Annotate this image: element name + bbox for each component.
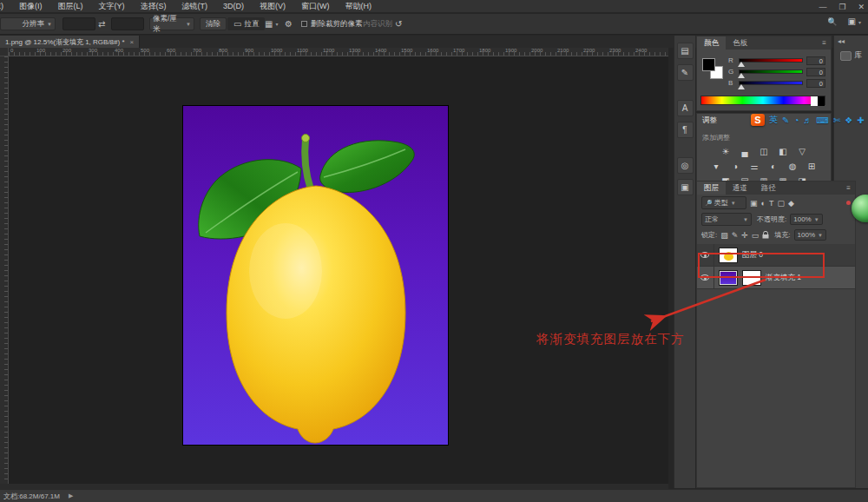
keyboard-icon[interactable]: ⌨ [816, 116, 828, 125]
adjustment-icon[interactable]: ⊞ [806, 161, 819, 172]
visibility-eye-icon[interactable] [700, 274, 709, 281]
adjustment-icon[interactable]: ◐ [767, 161, 780, 172]
minimize-button[interactable]: — [819, 3, 826, 11]
sogou-logo[interactable]: S [751, 114, 765, 126]
color-slider-g[interactable]: G0 [728, 66, 825, 77]
document-tab[interactable]: 1.png @ 12.5%(渐变填充 1, RGB/8#) * × [0, 36, 140, 48]
slider-thumb-icon[interactable] [738, 73, 745, 78]
layer-name[interactable]: 渐变填充 1 [766, 273, 801, 283]
crop-preset-dropdown[interactable]: 分辨率▼ [0, 17, 56, 30]
info-panel-icon[interactable]: ◎ [677, 157, 694, 174]
menu-filter[interactable]: 滤镜(T) [174, 1, 216, 12]
layer-row-tuceng0[interactable]: 图层 0 [697, 244, 855, 267]
menu-edit[interactable]: 编辑(E) [0, 1, 11, 12]
menu-view[interactable]: 视图(V) [252, 1, 293, 12]
close-button[interactable]: ✕ [858, 3, 865, 11]
toolbox-icon[interactable]: ✚ [857, 116, 864, 125]
slider-track[interactable] [739, 69, 803, 74]
swap-dimensions-button[interactable]: ⇄ [98, 17, 105, 30]
menu-3d[interactable]: 3D(D) [215, 2, 252, 10]
filter-shape-layers-icon[interactable]: ▢ [777, 199, 785, 208]
foreground-background-swatches[interactable] [702, 58, 723, 79]
histogram-panel-icon[interactable]: ▣ [677, 179, 694, 195]
filter-type-layers-icon[interactable]: T [769, 199, 774, 208]
tab-paths[interactable]: 路径 [754, 182, 783, 195]
panel-menu-icon[interactable]: ≡ [846, 184, 855, 192]
resolution-unit-dropdown[interactable]: 像素/厘米▼ [149, 17, 194, 30]
tab-swatches[interactable]: 色板 [726, 36, 754, 50]
slider-value[interactable]: 0 [806, 68, 825, 76]
layer-filter-dropdown[interactable]: 🔎 类型 ▼ [701, 196, 746, 209]
menu-type[interactable]: 文字(Y) [91, 1, 133, 12]
filter-toggle[interactable] [846, 201, 851, 205]
fill-dropdown[interactable]: 100%▼ [794, 229, 826, 241]
language-mode-icon[interactable]: 英 [769, 114, 778, 126]
black-swatch[interactable] [818, 96, 825, 106]
adjustment-icon[interactable]: ▽ [796, 146, 809, 157]
libraries-panel-button[interactable]: 库 [839, 50, 864, 61]
filter-smart-objects-icon[interactable]: ◆ [788, 199, 794, 208]
straighten-button[interactable]: ▭ 拉直 [227, 17, 265, 30]
overlay-options-button[interactable]: ▦▾ [265, 17, 278, 30]
vertical-ruler[interactable] [0, 56, 9, 488]
menu-image[interactable]: 图像(I) [11, 1, 50, 12]
menu-select[interactable]: 选择(S) [133, 1, 174, 12]
color-slider-b[interactable]: B0 [728, 77, 825, 89]
character-panel-icon[interactable]: A [677, 100, 694, 116]
panel-menu-icon[interactable]: ≡ [822, 39, 831, 47]
menu-layer[interactable]: 图层(L) [50, 1, 91, 12]
slider-track[interactable] [739, 81, 803, 85]
horizontal-ruler[interactable]: 0100200300400500600700800900100011001200… [9, 48, 668, 56]
white-swatch[interactable] [811, 96, 818, 106]
pen-icon[interactable]: ✎ [782, 116, 789, 125]
adjustment-icon[interactable]: ◫ [758, 146, 771, 157]
opacity-dropdown[interactable]: 100%▼ [790, 214, 822, 225]
adjustment-icon[interactable]: ☀ [720, 146, 733, 157]
ruler-origin-box[interactable] [0, 48, 9, 56]
canvas-pasteboard[interactable] [9, 56, 668, 484]
status-expand-icon[interactable]: ▶ [69, 492, 73, 499]
workspace-switcher[interactable]: ▣▾ [848, 17, 861, 26]
crop-width-input[interactable] [62, 17, 95, 30]
adjustment-icon[interactable]: ⚌ [748, 161, 761, 172]
tab-channels[interactable]: 通道 [726, 182, 754, 195]
adjustment-icon[interactable]: ▾ [710, 161, 723, 172]
clock-icon[interactable]: ◔ [793, 116, 799, 125]
slider-track[interactable] [739, 58, 803, 63]
foreground-color-swatch[interactable] [702, 58, 715, 71]
lock-paint-icon[interactable]: ✎ [732, 231, 739, 240]
layer-thumbnail[interactable] [719, 248, 738, 263]
crop-height-input[interactable] [111, 17, 144, 30]
slider-thumb-icon[interactable] [738, 62, 745, 67]
adjustment-icon[interactable]: ◑ [729, 161, 742, 172]
properties-panel-icon[interactable]: ✎ [677, 64, 694, 81]
search-icon[interactable]: 🔍 [827, 17, 837, 26]
screenshot-icon[interactable]: ✄ [833, 116, 840, 125]
tab-color[interactable]: 颜色 [697, 36, 726, 50]
lock-position-icon[interactable]: ✛ [741, 231, 748, 240]
visibility-eye-icon[interactable] [700, 252, 709, 258]
adjustment-icon[interactable]: ◍ [786, 161, 799, 172]
collapse-panels-icon[interactable]: ◂◂ [838, 37, 845, 45]
maximize-button[interactable]: ❐ [838, 3, 845, 11]
tab-layers[interactable]: 图层 [697, 182, 726, 195]
layer-row-gradient-fill[interactable]: 渐变填充 1 [697, 267, 855, 289]
reset-tool-button[interactable]: ↺ [395, 17, 402, 30]
gradient-fill-thumbnail[interactable] [719, 270, 738, 286]
menu-help[interactable]: 帮助(H) [338, 1, 380, 12]
crop-settings-button[interactable]: ⚙ [285, 17, 293, 30]
color-slider-r[interactable]: R0 [728, 55, 825, 66]
paragraph-panel-icon[interactable]: ¶ [677, 122, 694, 138]
lock-all-icon[interactable] [762, 231, 769, 239]
filter-pixel-layers-icon[interactable]: ▣ [750, 199, 758, 208]
skin-icon[interactable]: ❖ [845, 116, 852, 125]
adjustment-icon[interactable]: ◧ [777, 146, 790, 157]
menu-window[interactable]: 窗口(W) [293, 1, 338, 12]
layer-mask-thumbnail[interactable] [742, 270, 761, 286]
filter-adjustment-layers-icon[interactable]: ◐ [761, 199, 766, 208]
clear-button[interactable]: 清除 [200, 17, 227, 30]
color-spectrum-ramp[interactable] [700, 96, 825, 105]
delete-cropped-pixels-checkbox[interactable]: 删除裁剪的像素 [301, 17, 363, 30]
lock-transparency-icon[interactable]: ▨ [720, 231, 728, 240]
slider-value[interactable]: 0 [806, 79, 825, 88]
